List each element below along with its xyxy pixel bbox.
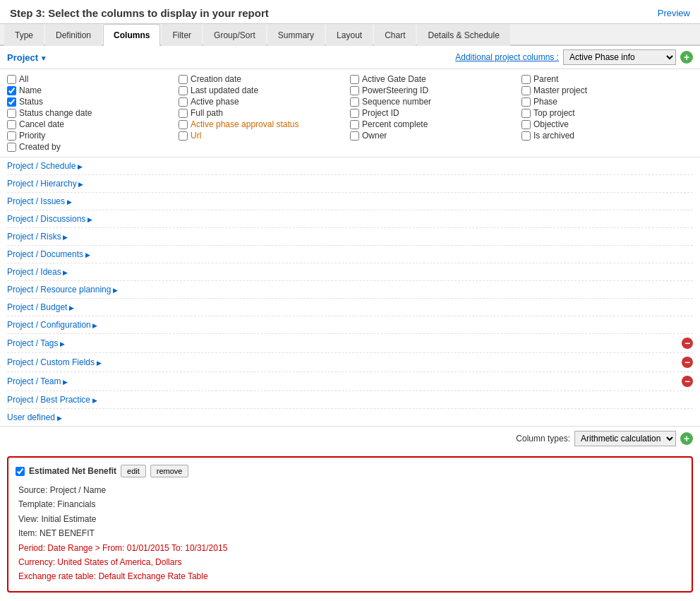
chk_creation-label: Creation date: [191, 74, 241, 84]
chk_name-checkbox[interactable]: [7, 86, 16, 95]
section-label-documents: Project / Documents: [7, 249, 90, 259]
section-resource[interactable]: Project / Resource planning: [7, 281, 693, 299]
checkbox-col-1: AllNameStatusStatus change dateCancel da…: [7, 73, 179, 153]
chk_active_phase-label: Active phase: [191, 97, 239, 107]
chk_active_gate-label: Active Gate Date: [362, 74, 426, 84]
chk_project_id-label: Project ID: [362, 108, 399, 118]
ud-checkbox[interactable]: [16, 467, 25, 476]
checkbox-col-3: Active Gate DatePowerSteering IDSequence…: [350, 73, 521, 153]
chk_active_gate-checkbox[interactable]: [350, 75, 359, 84]
additional-cols: Additional project columns : Active Phas…: [455, 49, 693, 65]
checkbox-col-2: Creation dateLast updated dateActive pha…: [179, 73, 350, 153]
tab-summary[interactable]: Summary: [267, 24, 325, 46]
chk_project_id-checkbox[interactable]: [350, 109, 359, 118]
checkbox-item-chk_cancel: Cancel date: [7, 119, 179, 130]
section-hierarchy[interactable]: Project / Hierarchy: [7, 175, 693, 193]
section-custom_fields[interactable]: Project / Custom Fields−: [7, 353, 693, 372]
col-types-label: Column types:: [516, 434, 570, 444]
chk_active_approval-checkbox[interactable]: [179, 120, 188, 129]
chk_top_project-checkbox[interactable]: [521, 109, 531, 118]
chk_parent-checkbox[interactable]: [521, 75, 531, 84]
toolbar-row: Project Additional project columns : Act…: [0, 46, 700, 69]
chk_active_phase-checkbox[interactable]: [179, 97, 188, 107]
chk_url-checkbox[interactable]: [179, 131, 188, 141]
chk_status_change-label: Status change date: [19, 108, 92, 118]
chk_last_updated-checkbox[interactable]: [179, 86, 188, 95]
chk_all-label: All: [19, 74, 28, 84]
tab-definition[interactable]: Definition: [45, 24, 102, 46]
chk_status_change-checkbox[interactable]: [7, 109, 16, 118]
section-tags[interactable]: Project / Tags−: [7, 334, 693, 353]
section-issues[interactable]: Project / Issues: [7, 193, 693, 210]
checkbox-item-chk_master: Master project: [521, 85, 693, 96]
chk_full_path-checkbox[interactable]: [179, 109, 188, 118]
section-team[interactable]: Project / Team−: [7, 372, 693, 391]
add-additional-col-btn[interactable]: +: [680, 51, 693, 64]
section-risks[interactable]: Project / Risks: [7, 228, 693, 246]
checkbox-item-chk_seq_num: Sequence number: [350, 96, 521, 107]
chk_archived-checkbox[interactable]: [521, 131, 531, 141]
checkbox-item-chk_active_approval: Active phase approval status: [179, 119, 350, 130]
project-dropdown[interactable]: Project: [7, 52, 47, 63]
section-documents[interactable]: Project / Documents: [7, 246, 693, 263]
tab-details_schedule[interactable]: Details & Schedule: [417, 24, 509, 46]
chk_phase-checkbox[interactable]: [521, 97, 531, 107]
section-configuration[interactable]: Project / Configuration: [7, 316, 693, 334]
additional-cols-select[interactable]: Active Phase infoPhaseCustom Fields: [563, 49, 676, 65]
preview-link[interactable]: Preview: [658, 8, 690, 18]
chk_cancel-checkbox[interactable]: [7, 120, 16, 129]
remove-section-custom_fields-btn[interactable]: −: [682, 357, 693, 368]
tab-columns[interactable]: Columns: [103, 24, 160, 46]
chk_status-checkbox[interactable]: [7, 97, 16, 107]
section-best_practice[interactable]: Project / Best Practice: [7, 391, 693, 409]
tab-group_sort[interactable]: Group/Sort: [203, 24, 266, 46]
checkbox-item-chk_active_gate: Active Gate Date: [350, 73, 521, 85]
checkbox-item-chk_objective: Objective: [521, 119, 693, 130]
chk_last_updated-label: Last updated date: [191, 85, 258, 95]
chk_seq_num-checkbox[interactable]: [350, 97, 359, 107]
chk_creation-checkbox[interactable]: [179, 75, 188, 84]
ud-checkbox-row: Estimated Net Benefit edit remove: [16, 465, 684, 477]
section-label-resource: Project / Resource planning: [7, 285, 118, 294]
chk_created_by-label: Created by: [19, 142, 61, 152]
chk_objective-label: Objective: [533, 119, 569, 129]
ud-remove-btn[interactable]: remove: [150, 465, 189, 477]
section-list: Project / ScheduleProject / HierarchyPro…: [0, 157, 700, 426]
section-label-issues: Project / Issues: [7, 196, 72, 206]
checkbox-item-chk_owner: Owner: [350, 130, 521, 141]
section-budget[interactable]: Project / Budget: [7, 299, 693, 316]
col-types-select[interactable]: Arithmetic calculationLookupConstant: [574, 431, 676, 446]
add-col-type-btn[interactable]: +: [680, 432, 693, 445]
chk_created_by-checkbox[interactable]: [7, 143, 16, 152]
section-schedule[interactable]: Project / Schedule: [7, 157, 693, 175]
tab-layout[interactable]: Layout: [326, 24, 373, 46]
ud-detail: Currency: United States of America, Doll…: [18, 555, 684, 569]
chk_all-checkbox[interactable]: [7, 75, 16, 84]
chk_full_path-label: Full path: [191, 108, 223, 118]
remove-section-tags-btn[interactable]: −: [682, 338, 693, 349]
section-label-custom_fields: Project / Custom Fields: [7, 357, 102, 367]
tab-filter[interactable]: Filter: [162, 24, 202, 46]
chk_ps_id-checkbox[interactable]: [350, 86, 359, 95]
chk_pct_complete-checkbox[interactable]: [350, 120, 359, 129]
chk_phase-label: Phase: [533, 97, 557, 107]
chk_owner-checkbox[interactable]: [350, 131, 359, 141]
tab-chart[interactable]: Chart: [374, 24, 416, 46]
ud-details: Source: Project / NameTemplate: Financia…: [16, 483, 684, 584]
section-label-best_practice: Project / Best Practice: [7, 395, 97, 405]
section-label-hierarchy: Project / Hierarchy: [7, 179, 83, 189]
chk_objective-checkbox[interactable]: [521, 120, 531, 129]
chk_priority-checkbox[interactable]: [7, 131, 16, 141]
remove-section-team-btn[interactable]: −: [682, 376, 693, 387]
chk_master-checkbox[interactable]: [521, 86, 531, 95]
checkbox-item-chk_archived: Is archived: [521, 130, 693, 141]
ud-detail: Exchange rate table: Default Exchange Ra…: [18, 569, 684, 583]
chk_url-label: Url: [191, 131, 201, 141]
ud-edit-btn[interactable]: edit: [121, 465, 146, 477]
section-discussions[interactable]: Project / Discussions: [7, 210, 693, 228]
tab-bar: TypeDefinitionColumnsFilterGroup/SortSum…: [0, 24, 700, 46]
tab-type[interactable]: Type: [4, 24, 44, 46]
checkbox-item-chk_ps_id: PowerSteering ID: [350, 85, 521, 96]
section-user_defined[interactable]: User defined: [7, 409, 693, 426]
section-ideas[interactable]: Project / Ideas: [7, 263, 693, 281]
